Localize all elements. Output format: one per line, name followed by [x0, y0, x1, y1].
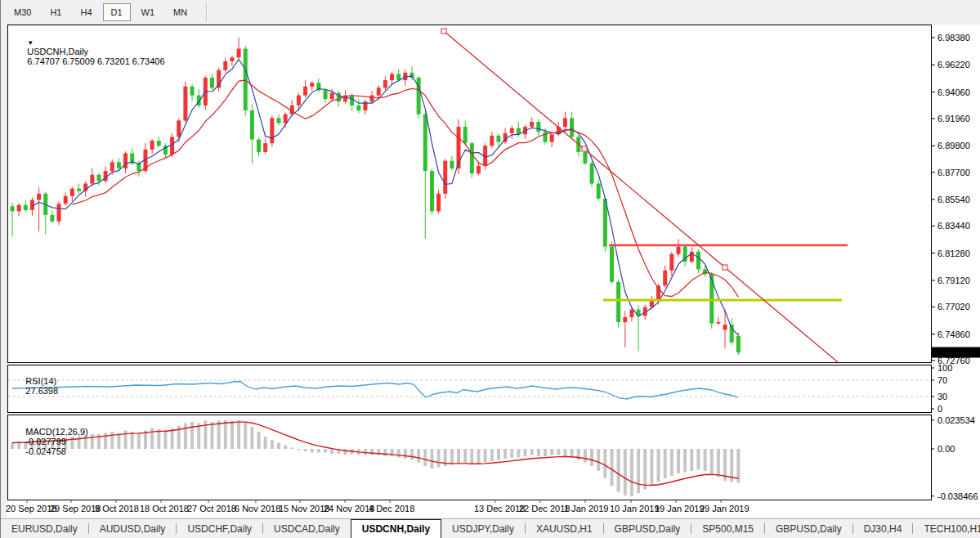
rsi-indicator-label: RSI(14) — [25, 376, 56, 386]
current-price-tag: 6.73406 — [932, 347, 980, 357]
chart-tabs-bar: EURUSD,DailyAUDUSD,DailyUSDCHF,DailyUSDC… — [1, 518, 980, 538]
toolbar-separator — [206, 2, 208, 22]
chart-tab-usdcad-3[interactable]: USDCAD,Daily — [263, 519, 351, 538]
timeframe-button-mn[interactable]: MN — [165, 3, 195, 21]
chart-tab-usdcnh-4[interactable]: USDCNH,Daily — [351, 519, 441, 538]
macd-indicator-header: MACD(12,26,9) -0.027799 -0.024758 — [11, 417, 92, 466]
trendline-anchor[interactable] — [582, 146, 587, 151]
chart-tab-eurusd-0[interactable]: EURUSD,Daily — [1, 519, 88, 538]
symbol-dropdown-icon[interactable]: ▼ — [27, 39, 34, 47]
chart-tab-dj30-10[interactable]: DJ30,H4 — [853, 519, 913, 538]
macd-indicator-label: MACD(12,26,9) — [25, 427, 87, 437]
svg-text:10 Jan 2019: 10 Jan 2019 — [610, 504, 660, 513]
chart-tab-gbpusd-9[interactable]: GBPUSD,Daily — [765, 519, 852, 538]
svg-text:4 Dec 2018: 4 Dec 2018 — [369, 504, 414, 513]
svg-text:6.87700: 6.87700 — [937, 168, 970, 177]
timeframe-button-m30[interactable]: M30 — [6, 3, 39, 21]
svg-text:22 Dec 2018: 22 Dec 2018 — [519, 504, 570, 513]
svg-text:0.023534: 0.023534 — [937, 415, 975, 425]
svg-text:30: 30 — [937, 392, 947, 401]
macd-indicator-value-main: -0.027799 — [25, 437, 66, 446]
rsi-indicator-value: 27.6398 — [25, 386, 58, 396]
svg-text:6.91960: 6.91960 — [937, 114, 970, 123]
svg-text:6.73406: 6.73406 — [936, 347, 969, 357]
chart-tab-gbpusd-7[interactable]: GBPUSD,Daily — [604, 519, 691, 538]
chart-tab-usdjpy-5[interactable]: USDJPY,Daily — [441, 519, 525, 538]
chart-tab-usdchf-2[interactable]: USDCHF,Daily — [177, 519, 262, 538]
chart-tab-sp500-8[interactable]: SP500,M15 — [691, 519, 764, 538]
svg-text:6.94060: 6.94060 — [937, 87, 970, 97]
svg-text:9 Oct 2018: 9 Oct 2018 — [95, 504, 139, 513]
timeframe-button-h4[interactable]: H4 — [72, 3, 100, 21]
svg-text:0: 0 — [937, 404, 942, 414]
svg-text:6.77020: 6.77020 — [937, 302, 970, 312]
timeframe-button-h1[interactable]: H1 — [42, 3, 69, 21]
svg-text:6 Nov 2018: 6 Nov 2018 — [235, 504, 280, 513]
svg-text:70: 70 — [937, 375, 947, 385]
svg-text:19 Jan 2019: 19 Jan 2019 — [655, 504, 705, 513]
svg-text:24 Nov 2018: 24 Nov 2018 — [324, 504, 374, 513]
chart-tab-xauusd-6[interactable]: XAUUSD,H1 — [526, 519, 603, 538]
timeframe-button-w1[interactable]: W1 — [133, 3, 163, 21]
chart-canvas[interactable]: 6.983806.962206.940606.919606.898006.877… — [1, 24, 980, 518]
svg-text:100: 100 — [937, 363, 952, 373]
svg-text:0.00: 0.00 — [937, 444, 955, 454]
svg-text:6.98380: 6.98380 — [937, 33, 970, 43]
svg-text:6.79120: 6.79120 — [937, 276, 970, 285]
svg-text:18 Oct 2018: 18 Oct 2018 — [140, 504, 189, 513]
mt4-chart-window: M30H1H4D1W1MN 6.983806.962206.940606.919… — [0, 0, 980, 538]
svg-text:1 Jan 2019: 1 Jan 2019 — [564, 504, 608, 513]
macd-indicator-value-signal: -0.024758 — [25, 446, 66, 456]
svg-text:-0.038466: -0.038466 — [937, 491, 978, 501]
svg-text:6.89800: 6.89800 — [937, 141, 970, 150]
svg-text:29 Jan 2019: 29 Jan 2019 — [700, 504, 750, 513]
svg-text:6.83440: 6.83440 — [937, 221, 970, 231]
svg-text:15 Nov 2018: 15 Nov 2018 — [279, 504, 329, 513]
svg-text:6.74860: 6.74860 — [937, 330, 970, 339]
chart-tab-tech100-11[interactable]: TECH100,H1 — [913, 519, 980, 538]
svg-text:27 Oct 2018: 27 Oct 2018 — [187, 504, 236, 513]
chart-tab-audusd-1[interactable]: AUDUSD,Daily — [89, 519, 177, 538]
symbol-title-line: ▼ USDCNH,Daily 6.74707 6.75009 6.73201 6… — [12, 27, 169, 76]
trendline-anchor[interactable] — [441, 29, 446, 34]
trendline-anchor[interactable] — [723, 265, 727, 270]
svg-text:6.81280: 6.81280 — [937, 249, 970, 258]
chart-area[interactable]: 6.983806.962206.940606.919606.898006.877… — [1, 24, 980, 518]
rsi-indicator-header: RSI(14) 27.6398 — [11, 366, 62, 406]
timeframe-toolbar: M30H1H4D1W1MN — [1, 0, 980, 24]
svg-text:6.96220: 6.96220 — [937, 60, 970, 69]
svg-text:13 Dec 2018: 13 Dec 2018 — [474, 504, 525, 513]
symbol-name: USDCNH,Daily — [27, 47, 88, 56]
svg-text:6.85540: 6.85540 — [937, 195, 970, 204]
svg-text:29 Sep 2018: 29 Sep 2018 — [50, 504, 101, 513]
timeframe-button-d1[interactable]: D1 — [103, 3, 131, 21]
symbol-ohlc-values: 6.74707 6.75009 6.73201 6.73406 — [27, 56, 164, 66]
